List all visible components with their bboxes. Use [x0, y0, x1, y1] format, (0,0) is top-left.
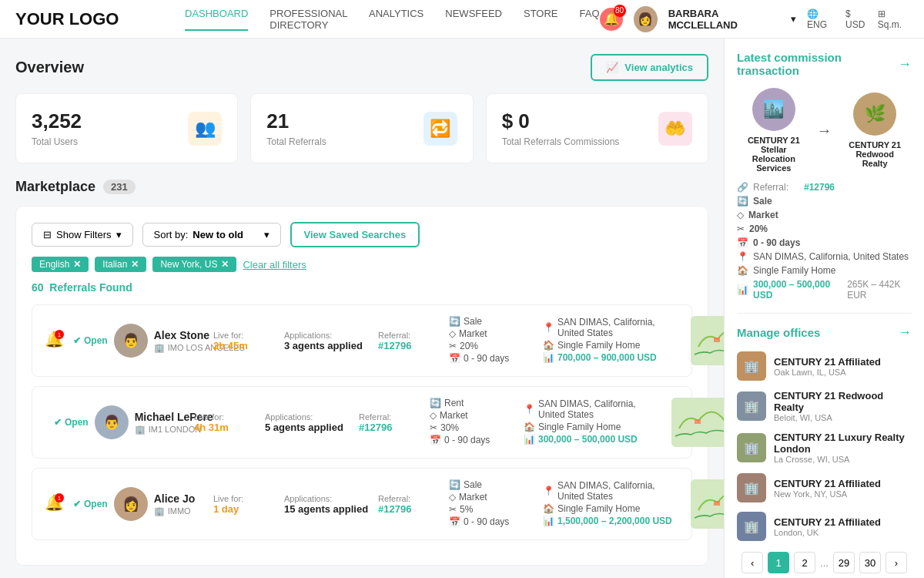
offices-arrow-icon[interactable]: →	[898, 324, 912, 341]
office-info-3: CENTURY 21 Luxury Realty London La Cross…	[774, 432, 912, 464]
main-layout: Overview 📈 View analytics 3,252 Total Us…	[0, 39, 924, 578]
pagination: ‹ 1 2 ... 29 30 ›	[737, 552, 912, 573]
map-thumb-1	[691, 316, 724, 365]
sort-chevron-icon: ▾	[264, 229, 270, 240]
office-info-2: CENTURY 21 Redwood Realty Beloit, WI, US…	[774, 390, 912, 422]
applications-2: Applications: 5 agents applied	[265, 412, 350, 433]
org-icon-1: 🏢	[154, 343, 165, 353]
total-commissions-label: Total Referrals Commissions	[502, 136, 620, 147]
page-2-button[interactable]: 2	[794, 552, 815, 573]
total-referrals-value: 21	[266, 109, 326, 133]
prev-page-button[interactable]: ‹	[742, 552, 763, 573]
notification-bell[interactable]: 🔔 80	[600, 8, 623, 31]
days-icon: 📅	[449, 353, 460, 364]
type-icon: 🔄	[737, 196, 748, 207]
offices-section: Manage offices → 🏢 CENTURY 21 Affiliated…	[737, 324, 912, 573]
locale-lang[interactable]: 🌐 ENG	[807, 8, 838, 30]
commission-arrow-icon[interactable]: →	[898, 56, 912, 72]
page-1-button[interactable]: 1	[768, 552, 789, 573]
days-icon-2: 📅	[430, 435, 441, 445]
stat-card-users: 3,252 Total Users 👥	[15, 93, 238, 163]
sidebar: Latest commission transaction → 🏙️ CENTU…	[724, 39, 924, 578]
transfer-arrow-icon: →	[816, 122, 832, 139]
agent-avatar-1: 👨	[114, 324, 148, 358]
office-info-5: CENTURY 21 Affiliated London, UK	[774, 516, 881, 537]
nav-store[interactable]: STORE	[524, 8, 558, 31]
referral-number-2: Referral: #12796	[359, 412, 420, 433]
office-avatar-2: 🏢	[737, 391, 766, 421]
location-icon-3: 📍	[543, 486, 554, 496]
show-filters-button[interactable]: ⊟ Show Filters ▾	[32, 223, 133, 247]
total-users-value: 3,252	[32, 109, 82, 133]
applications-3: Applications: 15 agents applied	[284, 494, 369, 515]
chevron-down-icon[interactable]: ▾	[791, 13, 796, 25]
referral-card-2: ✔ Open 👨 Michael LePere 🏢 IM1 LONDON Liv…	[32, 386, 692, 459]
remove-italian-tag[interactable]: ✕	[131, 259, 139, 270]
total-commissions-value: $ 0	[502, 109, 620, 133]
home-icon-3: 🏠	[543, 503, 554, 514]
home-icon-2: 🏠	[524, 422, 535, 432]
marketplace-header: Marketplace 231	[15, 179, 708, 195]
remove-english-tag[interactable]: ✕	[73, 259, 81, 270]
page-30-button[interactable]: 30	[859, 552, 881, 573]
commissions-icon: 🤲	[658, 112, 692, 146]
office-item-4[interactable]: 🏢 CENTURY 21 Affiliated New York, NY, US…	[737, 473, 912, 502]
notif-bell-3: 🔔 1	[45, 493, 64, 515]
live-for-2: Live for: 4h 31m	[194, 412, 256, 433]
price-icon-1: 📊	[543, 352, 554, 363]
nav-analytics[interactable]: ANALYTICS	[369, 8, 424, 31]
stat-card-referrals: 21 Total Referrals 🔁	[250, 93, 473, 163]
nav-faq[interactable]: FAQ	[580, 8, 600, 31]
office-item-3[interactable]: 🏢 CENTURY 21 Luxury Realty London La Cro…	[737, 432, 912, 464]
market-icon-2: ◇	[430, 410, 437, 421]
open-badge-1: ✔ Open	[73, 335, 108, 346]
sort-by-dropdown[interactable]: Sort by: New to old ▾	[142, 223, 281, 247]
sidebar-divider	[737, 313, 912, 314]
location-icon-2: 📍	[524, 404, 535, 415]
ref-details-3: 🔄Sale ◇Market ✂5% 📅0 - 90 days	[449, 479, 534, 529]
nav-dashboard[interactable]: DASHBOARD	[185, 8, 248, 31]
agent-avatar-2: 👨	[95, 405, 129, 439]
tag-italian: Italian ✕	[95, 257, 146, 272]
page-29-button[interactable]: 29	[833, 552, 855, 573]
office-avatar-5: 🏢	[737, 512, 766, 541]
sale-icon-3: 🔄	[449, 479, 460, 490]
market-detail-icon: ◇	[737, 210, 744, 220]
remove-newyork-tag[interactable]: ✕	[221, 259, 229, 270]
percent-icon-2: ✂	[430, 422, 437, 433]
nav-professional-directory[interactable]: PROFESSIONAL DIRECTORY	[270, 8, 347, 31]
referral-number-1: Referral: #12796	[378, 331, 440, 351]
office-info-1: CENTURY 21 Affiliated Oak Lawn, IL, USA	[774, 356, 881, 377]
navbar-right: 🔔 80 👩 BARBARA MCCLELLAND ▾ 🌐 ENG $ USD …	[600, 6, 909, 32]
svg-rect-5	[714, 501, 720, 506]
users-icon: 👥	[188, 112, 222, 146]
comm-avatar-2: 🌿	[853, 92, 896, 136]
days-detail-icon: 📅	[737, 237, 748, 248]
manage-offices-title: Manage offices →	[737, 324, 912, 341]
nav-newsfeed[interactable]: NEWSFEED	[445, 8, 502, 31]
office-avatar-1: 🏢	[737, 351, 766, 381]
percent-detail-icon: ✂	[737, 223, 745, 234]
total-referrals-label: Total Referrals	[266, 136, 326, 147]
price-detail-icon: 📊	[737, 284, 748, 295]
view-saved-searches-button[interactable]: View Saved Searches	[290, 222, 420, 247]
results-count: 60 Referrals Found	[32, 281, 692, 294]
office-avatar-4: 🏢	[737, 473, 766, 502]
agent-avatar-3: 👩	[114, 487, 148, 521]
locale-currency[interactable]: $ USD	[845, 8, 870, 30]
view-analytics-button[interactable]: 📈 View analytics	[591, 54, 708, 81]
office-item-5[interactable]: 🏢 CENTURY 21 Affiliated London, UK	[737, 512, 912, 541]
tag-new-york: New York, US ✕	[152, 257, 236, 272]
locale-unit[interactable]: ⊞ Sq.m.	[878, 8, 909, 30]
notif-count-3: 1	[55, 493, 64, 502]
marketplace-count: 231	[103, 180, 136, 194]
next-page-button[interactable]: ›	[886, 552, 907, 573]
office-info-4: CENTURY 21 Affiliated New York, NY, USA	[774, 478, 881, 499]
user-name[interactable]: BARBARA MCCLELLAND	[668, 8, 780, 31]
clear-all-filters[interactable]: Clear all filters	[243, 259, 306, 271]
ref-location-1: 📍SAN DIMAS, California, United States 🏠S…	[543, 317, 681, 365]
office-item-2[interactable]: 🏢 CENTURY 21 Redwood Realty Beloit, WI, …	[737, 390, 912, 422]
page-dots: ...	[820, 557, 829, 569]
office-item-1[interactable]: 🏢 CENTURY 21 Affiliated Oak Lawn, IL, US…	[737, 351, 912, 381]
map-thumb-3	[691, 479, 724, 529]
